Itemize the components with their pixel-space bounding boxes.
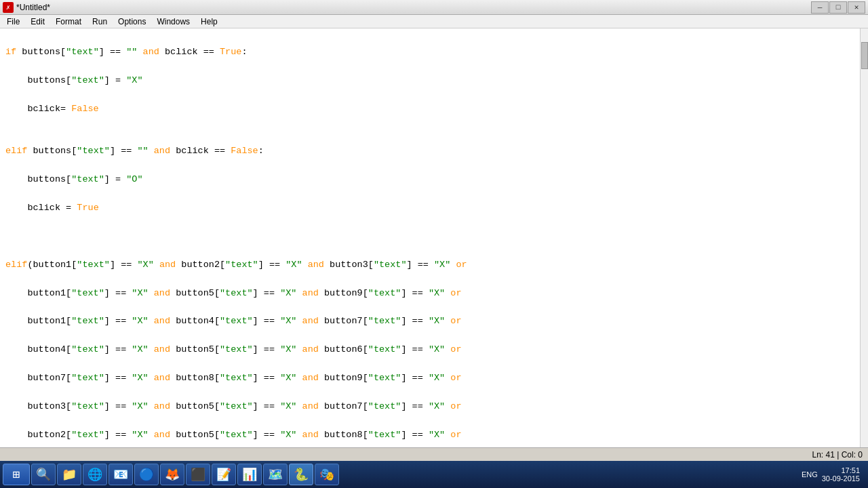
taskbar-item-terminal[interactable]: ⬛	[186, 464, 210, 485]
terminal-taskbar-icon: ⬛	[191, 467, 205, 482]
editor-container: if buttons["text"] == "" and bclick == T…	[0, 28, 868, 447]
cursor-position: Ln: 41 | Col: 0	[812, 450, 863, 460]
taskbar-item-python[interactable]: 🐍	[289, 464, 313, 485]
menu-run[interactable]: Run	[87, 16, 113, 28]
status-bar: Ln: 41 | Col: 0	[0, 447, 868, 461]
tray-date: 30-09-2015	[822, 474, 860, 483]
taskbar-item-firefox[interactable]: 🦊	[160, 464, 184, 485]
taskbar: ⊞ 🔍 📁 🌐 📧 🔵 🦊 ⬛ 📝 📊 🗺️ 🐍 🎭 ENG 17:51 30	[0, 461, 868, 488]
tray-time: 17:51	[822, 466, 860, 474]
chrome-taskbar-icon: 🔵	[139, 467, 154, 482]
tray-lang: ENG	[802, 470, 818, 479]
menu-edit[interactable]: Edit	[25, 16, 50, 28]
firefox-taskbar-icon: 🦊	[165, 467, 180, 482]
python-taskbar-icon: 🐍	[294, 467, 309, 482]
minimize-button[interactable]: —	[811, 1, 829, 14]
folder-taskbar-icon: 📁	[62, 467, 77, 482]
system-tray: ENG 17:51 30-09-2015	[796, 461, 865, 488]
taskbar-item-ppt[interactable]: 📊	[237, 464, 262, 485]
menu-file[interactable]: File	[1, 16, 25, 28]
menu-windows[interactable]: Windows	[151, 16, 195, 28]
menu-options[interactable]: Options	[113, 16, 151, 28]
menu-help[interactable]: Help	[195, 16, 223, 28]
taskbar-item-extra[interactable]: 🎭	[315, 464, 339, 485]
close-button[interactable]: ✕	[848, 1, 865, 14]
title-bar: ✗ *Untitled* — □ ✕	[0, 0, 868, 15]
taskbar-item-maps[interactable]: 🗺️	[263, 464, 288, 485]
menu-format[interactable]: Format	[50, 16, 87, 28]
taskbar-item-folder[interactable]: 📁	[57, 464, 81, 485]
window-title: *Untitled*	[16, 3, 50, 12]
code-content: if buttons["text"] == "" and bclick == T…	[5, 31, 854, 447]
extra-taskbar-icon: 🎭	[319, 467, 334, 482]
scrollbar-thumb[interactable]	[861, 42, 868, 69]
word-taskbar-icon: 📝	[216, 467, 231, 482]
maps-taskbar-icon: 🗺️	[268, 467, 283, 482]
window-controls: — □ ✕	[811, 1, 865, 14]
taskbar-item-outlook[interactable]: 📧	[108, 464, 133, 485]
taskbar-item-ie[interactable]: 🌐	[83, 464, 107, 485]
tray-clock: 17:51 30-09-2015	[822, 466, 860, 483]
outlook-taskbar-icon: 📧	[113, 467, 128, 482]
ie-taskbar-icon: 🌐	[87, 467, 102, 482]
taskbar-item-chrome[interactable]: 🔵	[134, 464, 159, 485]
ppt-taskbar-icon: 📊	[242, 467, 257, 482]
app-icon: ✗	[3, 2, 14, 13]
start-button[interactable]: ⊞	[3, 464, 30, 485]
windows-icon: ⊞	[13, 467, 20, 482]
vertical-scrollbar[interactable]	[860, 28, 868, 447]
taskbar-item-search[interactable]: 🔍	[31, 464, 56, 485]
taskbar-item-word[interactable]: 📝	[212, 464, 236, 485]
code-editor[interactable]: if buttons["text"] == "" and bclick == T…	[0, 28, 860, 447]
maximize-button[interactable]: □	[829, 1, 847, 14]
search-taskbar-icon: 🔍	[36, 467, 51, 482]
menu-bar: File Edit Format Run Options Windows Hel…	[0, 15, 868, 28]
